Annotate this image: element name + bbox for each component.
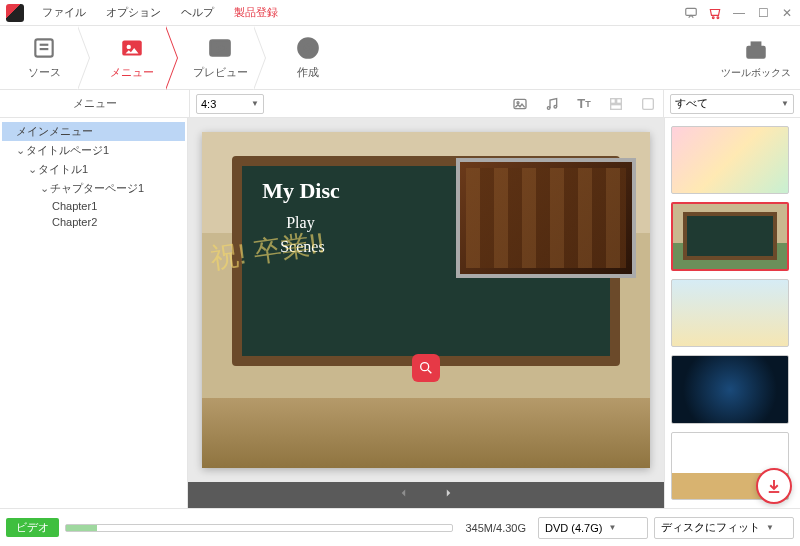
disc-type-select[interactable]: DVD (4.7G)▼ bbox=[538, 517, 648, 539]
svg-point-11 bbox=[305, 45, 312, 52]
menubar: ファイル オプション ヘルプ 製品登録 — ☐ ✕ bbox=[0, 0, 800, 26]
chevron-down-icon: ▼ bbox=[766, 523, 774, 532]
menu-file[interactable]: ファイル bbox=[32, 5, 96, 20]
template-list[interactable] bbox=[665, 118, 800, 508]
tab-source[interactable]: ソース bbox=[0, 26, 88, 90]
chevron-down-icon: ▼ bbox=[251, 99, 259, 108]
layout-tool-icon[interactable] bbox=[607, 95, 625, 113]
next-arrow-icon[interactable] bbox=[438, 486, 458, 504]
tab-create-label: 作成 bbox=[297, 65, 319, 80]
svg-rect-12 bbox=[747, 46, 764, 57]
chevron-down-icon: ▼ bbox=[781, 99, 789, 108]
tab-menu-label: メニュー bbox=[110, 65, 154, 80]
svg-rect-18 bbox=[611, 98, 616, 103]
menu-preview-canvas[interactable]: My Disc Play Scenes 祝! 卒業!! bbox=[202, 132, 650, 468]
status-bar: ビデオ 345M/4.30G DVD (4.7G)▼ ディスクにフィット▼ bbox=[0, 508, 800, 546]
svg-point-1 bbox=[712, 16, 714, 18]
template-thumb-3[interactable] bbox=[671, 279, 789, 347]
tree-chapter1[interactable]: Chapter1 bbox=[2, 198, 185, 214]
template-thumb-4[interactable] bbox=[671, 355, 789, 423]
svg-line-23 bbox=[428, 370, 431, 373]
frame-tool-icon[interactable] bbox=[639, 95, 657, 113]
cart-icon[interactable] bbox=[708, 6, 722, 20]
tab-preview-label: プレビュー bbox=[193, 65, 248, 80]
menu-help[interactable]: ヘルプ bbox=[171, 5, 224, 20]
disc-usage-fill bbox=[66, 525, 97, 531]
preview-navbar bbox=[188, 482, 664, 508]
tree-titlepage[interactable]: ⌄タイトルページ1 bbox=[2, 141, 185, 160]
template-thumb-1[interactable] bbox=[671, 126, 789, 194]
main-area: メインメニュー ⌄タイトルページ1 ⌄タイトル1 ⌄チャプターページ1 Chap… bbox=[0, 118, 800, 508]
app-logo bbox=[6, 4, 24, 22]
music-tool-icon[interactable] bbox=[543, 95, 561, 113]
main-tabs: ソース メニュー プレビュー 作成 ツールボックス bbox=[0, 26, 800, 90]
toolbox-label: ツールボックス bbox=[721, 66, 791, 80]
toolbox-button[interactable]: ツールボックス bbox=[712, 36, 800, 80]
preview-pane: My Disc Play Scenes 祝! 卒業!! bbox=[188, 118, 665, 508]
text-tool-icon[interactable]: TT bbox=[575, 95, 593, 113]
svg-rect-13 bbox=[752, 42, 761, 46]
video-thumbnail[interactable] bbox=[456, 158, 636, 278]
svg-rect-20 bbox=[611, 104, 622, 109]
aspect-ratio-select[interactable]: 4:3▼ bbox=[196, 94, 264, 114]
svg-point-17 bbox=[554, 105, 557, 108]
menu-register[interactable]: 製品登録 bbox=[224, 5, 288, 20]
close-button[interactable]: ✕ bbox=[780, 6, 794, 20]
zoom-icon[interactable] bbox=[412, 354, 440, 382]
download-templates-button[interactable] bbox=[756, 468, 792, 504]
template-filter-select[interactable]: すべて▼ bbox=[670, 94, 794, 114]
svg-point-16 bbox=[547, 106, 550, 109]
prev-arrow-icon bbox=[394, 486, 414, 504]
tab-create[interactable]: 作成 bbox=[264, 26, 352, 90]
template-thumb-2[interactable] bbox=[671, 202, 789, 271]
preview-toolbar: 4:3▼ TT bbox=[190, 90, 664, 117]
svg-point-2 bbox=[717, 16, 719, 18]
tree-main-menu[interactable]: メインメニュー bbox=[2, 122, 185, 141]
svg-rect-21 bbox=[643, 98, 654, 109]
tree-chapter2[interactable]: Chapter2 bbox=[2, 214, 185, 230]
disc-title[interactable]: My Disc bbox=[262, 178, 340, 204]
menu-tree: メインメニュー ⌄タイトルページ1 ⌄タイトル1 ⌄チャプターページ1 Chap… bbox=[0, 118, 188, 508]
desk-decoration bbox=[202, 398, 650, 468]
tree-chapterpage[interactable]: ⌄チャプターページ1 bbox=[2, 179, 185, 198]
window-controls: — ☐ ✕ bbox=[684, 6, 794, 20]
svg-point-7 bbox=[127, 45, 131, 49]
tree-header: メニュー bbox=[0, 90, 190, 117]
svg-rect-19 bbox=[617, 98, 622, 103]
minimize-button[interactable]: — bbox=[732, 6, 746, 20]
secondary-toolbar: メニュー 4:3▼ TT すべて▼ bbox=[0, 90, 800, 118]
fit-mode-select[interactable]: ディスクにフィット▼ bbox=[654, 517, 794, 539]
menu-options[interactable]: オプション bbox=[96, 5, 171, 20]
video-label: ビデオ bbox=[6, 518, 59, 537]
feedback-icon[interactable] bbox=[684, 6, 698, 20]
tab-source-label: ソース bbox=[28, 65, 61, 80]
image-tool-icon[interactable] bbox=[511, 95, 529, 113]
tab-preview[interactable]: プレビュー bbox=[176, 26, 264, 90]
svg-point-15 bbox=[517, 101, 519, 103]
maximize-button[interactable]: ☐ bbox=[756, 6, 770, 20]
disc-usage-text: 345M/4.30G bbox=[459, 522, 532, 534]
svg-rect-0 bbox=[686, 8, 697, 15]
template-toolbar: すべて▼ bbox=[664, 90, 800, 117]
tab-menu[interactable]: メニュー bbox=[88, 26, 176, 90]
disc-usage-bar bbox=[65, 524, 453, 532]
svg-point-22 bbox=[421, 363, 429, 371]
chevron-down-icon: ▼ bbox=[608, 523, 616, 532]
tree-title1[interactable]: ⌄タイトル1 bbox=[2, 160, 185, 179]
